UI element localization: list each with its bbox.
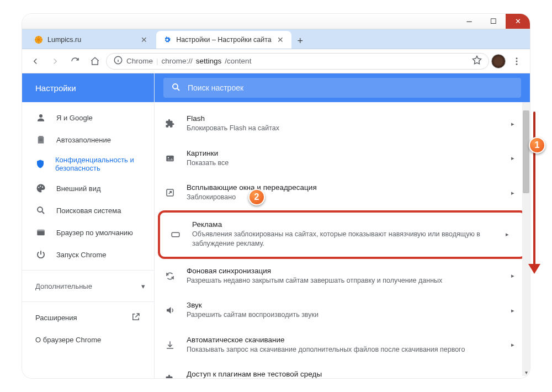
setting-row-flash[interactable]: FlashБлокировать Flash на сайтах ▸ <box>155 107 530 141</box>
window-titlebar: ─ ☐ ✕ <box>22 14 530 29</box>
row-title: Звук <box>187 301 500 309</box>
site-info-icon[interactable] <box>113 55 123 67</box>
shield-icon <box>35 159 45 169</box>
search-icon <box>171 82 181 94</box>
sidebar-header: Настройки <box>22 73 154 102</box>
url-host: settings <box>196 57 222 65</box>
power-icon <box>35 250 46 259</box>
search-bar <box>155 73 530 102</box>
sidebar-item-label: Расширения <box>35 314 77 322</box>
close-tab-icon[interactable]: ✕ <box>276 35 285 44</box>
content-list: FlashБлокировать Flash на сайтах ▸ Карти… <box>155 102 530 378</box>
chevron-right-icon: ▸ <box>511 155 514 162</box>
svg-point-16 <box>168 157 169 158</box>
scrollbar-down-button[interactable]: ▾ <box>522 368 530 376</box>
row-title: Картинки <box>187 149 500 157</box>
sidebar-item-autofill[interactable]: Автозаполнение <box>22 129 154 151</box>
setting-row-sound[interactable]: ЗвукРазрешить сайтам воспроизводить звук… <box>155 293 530 328</box>
svg-rect-18 <box>172 232 179 237</box>
window-icon <box>35 227 46 237</box>
chevron-right-icon: ▸ <box>506 231 509 238</box>
setting-row-unsandboxed-plugins[interactable]: Доступ к плагинам вне тестовой средыПред… <box>155 362 530 378</box>
row-title: Фоновая синхронизация <box>187 267 500 275</box>
svg-point-5 <box>39 114 43 118</box>
close-tab-icon[interactable]: ✕ <box>140 35 148 44</box>
divider <box>22 301 154 302</box>
sidebar-item-advanced[interactable]: Дополнительные ▾ <box>22 275 154 297</box>
url-path: /content <box>225 57 251 65</box>
maximize-button[interactable]: ☐ <box>481 14 506 29</box>
clipboard-icon <box>35 135 46 145</box>
sidebar-item-label: Дополнительные <box>35 282 92 290</box>
sidebar-item-label: О браузере Chrome <box>35 336 101 344</box>
gear-icon <box>163 35 172 44</box>
sidebar-item-label: Внешний вид <box>56 184 101 193</box>
lumpics-favicon-icon <box>34 35 43 44</box>
reload-button[interactable] <box>66 52 84 70</box>
svg-rect-6 <box>39 139 43 140</box>
forward-button[interactable] <box>46 52 64 70</box>
chevron-right-icon: ▸ <box>511 120 514 128</box>
person-icon <box>35 113 46 123</box>
sidebar-link-extensions[interactable]: Расширения <box>22 306 154 329</box>
tab-strip: Lumpics.ru ✕ Настройки – Настройки сайта… <box>22 29 530 49</box>
svg-point-8 <box>38 187 39 188</box>
address-bar[interactable]: Chrome | chrome://settings/content <box>106 53 489 70</box>
image-icon <box>164 153 176 163</box>
row-title: Реклама <box>192 220 495 229</box>
speaker-icon <box>164 305 176 315</box>
setting-row-ads[interactable]: РекламаОбъявления заблокированы на сайта… <box>160 213 524 257</box>
tab-label: Lumpics.ru <box>47 36 81 44</box>
menu-button[interactable] <box>508 52 526 70</box>
main-panel: FlashБлокировать Flash на сайтах ▸ Карти… <box>155 73 530 378</box>
sidebar-item-search[interactable]: Поисковая система <box>22 199 154 221</box>
new-tab-button[interactable]: + <box>293 33 308 49</box>
svg-rect-13 <box>37 230 45 231</box>
divider <box>22 270 154 271</box>
url-divider: | <box>156 57 158 65</box>
row-subtitle: Заблокировано <box>187 193 500 203</box>
tab-label: Настройки – Настройки сайта <box>176 36 272 44</box>
sidebar-item-startup[interactable]: Запуск Chrome <box>22 243 154 266</box>
annotation-badge-2: 2 <box>248 189 265 205</box>
setting-row-images[interactable]: КартинкиПоказать все ▸ <box>155 141 530 176</box>
tab-settings[interactable]: Настройки – Настройки сайта ✕ <box>156 31 291 49</box>
chevron-right-icon: ▸ <box>511 376 514 378</box>
popup-icon <box>164 188 176 198</box>
url-chrome-label: Chrome <box>126 57 153 65</box>
annotation-scroll-arrow <box>533 112 535 266</box>
sidebar-item-label: Конфиденциальность и безопасность <box>55 156 141 172</box>
close-window-button[interactable]: ✕ <box>506 14 530 29</box>
bookmark-star-icon[interactable] <box>472 55 482 67</box>
puzzle-icon <box>164 374 176 378</box>
row-subtitle: Показать все <box>187 158 500 168</box>
row-subtitle: Разрешить сайтам воспроизводить звуки <box>187 310 500 320</box>
back-button[interactable] <box>26 52 44 70</box>
search-input[interactable] <box>188 83 513 92</box>
sidebar-item-appearance[interactable]: Внешний вид <box>22 177 154 199</box>
profile-avatar[interactable] <box>491 54 506 68</box>
minimize-button[interactable]: ─ <box>457 14 481 29</box>
row-title: Автоматическое скачивание <box>187 336 500 344</box>
sidebar-link-about[interactable]: О браузере Chrome <box>22 329 154 351</box>
sidebar-item-default-browser[interactable]: Браузер по умолчанию <box>22 221 154 243</box>
sync-icon <box>164 271 176 281</box>
row-title: Доступ к плагинам вне тестовой среды <box>187 370 500 378</box>
setting-row-auto-download[interactable]: Автоматическое скачиваниеПоказывать запр… <box>155 328 530 363</box>
chevron-right-icon: ▸ <box>511 189 514 197</box>
scrollbar-thumb[interactable] <box>523 110 529 193</box>
svg-point-2 <box>516 57 518 59</box>
chevron-right-icon: ▸ <box>511 341 514 348</box>
sidebar-item-privacy[interactable]: Конфиденциальность и безопасность <box>22 151 154 177</box>
setting-row-background-sync[interactable]: Фоновая синхронизацияРазрешать недавно з… <box>155 259 530 294</box>
url-prefix: chrome:// <box>162 57 193 65</box>
ads-icon <box>170 230 181 240</box>
sidebar-item-you-and-google[interactable]: Я и Google <box>22 107 154 129</box>
sidebar-item-label: Автозаполнение <box>56 136 111 144</box>
search-box[interactable] <box>163 78 521 98</box>
tab-lumpics[interactable]: Lumpics.ru ✕ <box>28 31 155 49</box>
home-button[interactable] <box>86 52 104 70</box>
external-link-icon <box>131 312 141 324</box>
setting-row-popups[interactable]: Всплывающие окна и переадресацияЗаблокир… <box>155 176 530 210</box>
row-subtitle: Блокировать Flash на сайтах <box>187 124 500 134</box>
